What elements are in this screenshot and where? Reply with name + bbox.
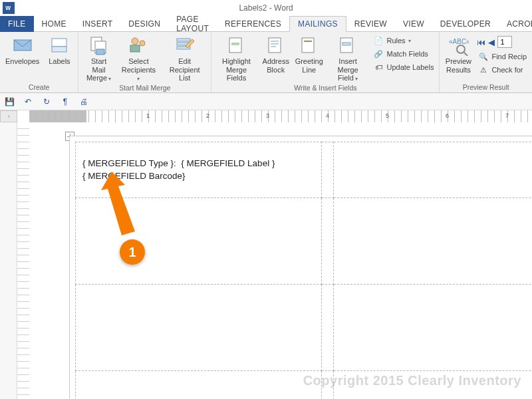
rules-label: Rules [386, 37, 405, 45]
ruler-corner[interactable]: ▫ [0, 110, 17, 122]
greeting-line-label: Greeting Line [295, 57, 323, 74]
annotation-step-badge: 1 [120, 239, 145, 265]
save-icon[interactable]: 💾 [3, 95, 16, 108]
ruler-num: 6 [446, 112, 449, 119]
mergefield-type: { MERGEFIELD Type }: [82, 158, 176, 168]
match-fields-icon: 🔗 [373, 49, 384, 59]
record-number-input[interactable] [497, 36, 512, 48]
tab-file[interactable]: FILE [0, 16, 34, 32]
match-fields-button[interactable]: 🔗Match Fields [372, 48, 435, 60]
group-create-caption: Create [29, 83, 50, 92]
check-errors-icon: ⚠ [478, 65, 489, 75]
word-app-icon: W [3, 2, 15, 14]
insert-merge-field-icon [337, 35, 358, 56]
ribbon: Envelopes Labels Create Start Mail Merge… [0, 32, 532, 93]
greeting-line-button[interactable]: Greeting Line [295, 33, 324, 75]
labels-label: Labels [49, 57, 70, 66]
group-start-caption: Start Mail Merge [119, 84, 170, 93]
tab-mailings[interactable]: MAILINGS [289, 16, 346, 32]
select-recipients-label: Select Recipients [120, 57, 157, 82]
svg-rect-11 [177, 39, 190, 41]
highlight-icon [226, 35, 247, 56]
horizontal-ruler[interactable]: 1 2 3 4 5 6 7 [17, 110, 532, 122]
ruler-num: 2 [206, 112, 209, 119]
check-errors-button[interactable]: ⚠Check for [477, 64, 528, 76]
nav-first-icon[interactable]: ⏮ [477, 37, 485, 47]
record-nav: ⏮ ◀ [477, 35, 528, 49]
svg-rect-3 [52, 39, 66, 47]
mergefield-label: { MERGEFIELD Label } [181, 158, 275, 168]
group-write-insert: Highlight Merge Fields Address Block Gre… [211, 32, 440, 92]
svg-rect-17 [269, 38, 281, 53]
watermark-text: Copyright 2015 Clearly Inventory [303, 373, 521, 388]
select-recipients-button[interactable]: Select Recipients [119, 33, 158, 84]
update-labels-button[interactable]: 🏷Update Labels [372, 61, 435, 73]
tab-page-layout[interactable]: PAGE LAYOUT [168, 16, 217, 32]
svg-text:W: W [5, 5, 11, 11]
svg-point-10 [140, 41, 145, 46]
find-recipient-button[interactable]: 🔍Find Recip [477, 51, 528, 63]
ribbon-tabs: FILE HOME INSERT DESIGN PAGE LAYOUT REFE… [0, 16, 532, 32]
group-start-mail-merge: Start Mail Merge Select Recipients Edit … [78, 32, 211, 92]
svg-rect-21 [302, 38, 314, 53]
select-recipients-icon [128, 35, 149, 56]
ruler-num: 4 [326, 112, 329, 119]
start-mail-merge-icon [88, 35, 110, 56]
find-recipient-label: Find Recip [491, 53, 527, 61]
tab-view[interactable]: VIEW [395, 16, 432, 32]
labels-button[interactable]: Labels [45, 33, 74, 67]
ruler-num: 5 [386, 112, 389, 119]
address-block-button[interactable]: Address Block [261, 33, 291, 75]
match-fields-label: Match Fields [386, 50, 428, 58]
envelopes-label: Envelopes [5, 57, 39, 66]
tab-home[interactable]: HOME [34, 16, 74, 32]
address-block-icon [265, 35, 287, 56]
svg-marker-28 [101, 172, 135, 235]
find-recipient-icon: 🔍 [478, 51, 489, 62]
start-mail-merge-label: Start Mail Merge [84, 57, 114, 82]
redo-icon[interactable]: ↻ [40, 95, 53, 108]
tab-acrobat[interactable]: ACROBAT [499, 16, 532, 32]
update-labels-icon: 🏷 [373, 62, 384, 72]
group-preview: «ABC» Preview Results ⏮ ◀ 🔍Find Recip ⚠C… [440, 32, 532, 92]
quick-print-icon[interactable]: 🖨 [77, 95, 90, 108]
quick-access-toolbar: 💾 ↶ ↻ ¶ 🖨 [0, 93, 532, 110]
highlight-merge-fields-button[interactable]: Highlight Merge Fields [215, 33, 257, 84]
edit-recipient-list-button[interactable]: Edit Recipient List [162, 33, 207, 84]
check-errors-label: Check for [491, 66, 523, 74]
envelope-icon [12, 35, 33, 56]
svg-rect-4 [52, 47, 66, 52]
tab-design[interactable]: DESIGN [120, 16, 168, 32]
tab-references[interactable]: REFERENCES [217, 16, 289, 32]
group-create: Envelopes Labels Create [0, 32, 78, 92]
tab-review[interactable]: REVIEW [346, 16, 395, 32]
rules-button[interactable]: 📄Rules [372, 35, 435, 47]
tab-developer[interactable]: DEVELOPER [432, 16, 499, 32]
preview-results-button[interactable]: «ABC» Preview Results [444, 33, 473, 75]
envelopes-button[interactable]: Envelopes [4, 33, 41, 67]
greeting-line-icon [299, 35, 320, 56]
tab-insert[interactable]: INSERT [74, 16, 121, 32]
highlight-label: Highlight Merge Fields [217, 57, 255, 82]
edit-recipient-list-label: Edit Recipient List [164, 57, 205, 82]
insert-merge-field-label: Insert Merge Field [329, 57, 367, 82]
left-margin-strip [0, 110, 17, 399]
svg-rect-9 [130, 45, 140, 52]
window-title: Labels2 - Word [239, 3, 293, 13]
svg-point-8 [132, 38, 138, 45]
undo-icon[interactable]: ↶ [21, 95, 35, 108]
group-write-caption: Write & Insert Fields [294, 84, 356, 93]
svg-rect-16 [231, 43, 239, 45]
vertical-ruler[interactable] [17, 122, 29, 399]
start-mail-merge-button[interactable]: Start Mail Merge [82, 33, 115, 84]
ruler-num: 1 [146, 112, 150, 119]
page-canvas[interactable]: { MERGEFIELD Type }: { MERGEFIELD Label … [29, 122, 532, 399]
nav-prev-icon[interactable]: ◀ [488, 37, 495, 47]
update-labels-label: Update Labels [386, 63, 434, 71]
svg-line-27 [464, 53, 467, 56]
svg-rect-7 [96, 49, 104, 55]
svg-rect-24 [342, 43, 350, 45]
svg-point-26 [457, 45, 465, 53]
insert-merge-field-button[interactable]: Insert Merge Field [328, 33, 368, 84]
paragraph-marks-icon[interactable]: ¶ [59, 95, 72, 108]
